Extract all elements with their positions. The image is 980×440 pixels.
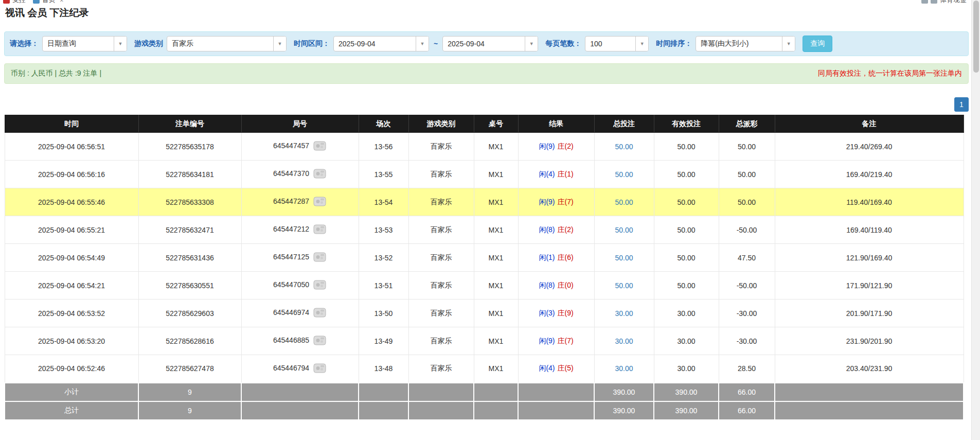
page-size-label: 每页笔数：: [545, 39, 581, 48]
cell-total-bet: 50.00: [594, 161, 654, 188]
result-banker: 庄(9): [558, 309, 574, 317]
cell-note: 169.40/119.40: [775, 216, 964, 244]
game-type-select[interactable]: 百家乐 ▼: [167, 36, 287, 51]
cell-valid-bet: 50.00: [654, 133, 719, 161]
col-bet-id: 注单编号: [138, 115, 241, 133]
top-tab-home[interactable]: 首页 ×: [33, 0, 64, 5]
cell-game-type: 百家乐: [408, 244, 474, 272]
subtotal-row: 小计 9 390.00 390.00 66.00: [5, 383, 964, 401]
cell-note: 119.40/169.40: [775, 188, 964, 216]
cell-note: 203.40/231.90: [775, 355, 964, 383]
cell-table-no: MX1: [474, 161, 518, 188]
sort-order-select[interactable]: 降冪(由大到小) ▼: [696, 36, 795, 51]
total-bet-link[interactable]: 50.00: [615, 226, 633, 234]
round-result-icon[interactable]: [313, 335, 327, 347]
cell-table-no: MX1: [474, 244, 518, 272]
total-bet-link[interactable]: 50.00: [615, 198, 633, 206]
cell-total-bet: 50.00: [594, 188, 654, 216]
search-button[interactable]: 查询: [803, 36, 832, 52]
total-bet-link[interactable]: 50.00: [615, 254, 633, 262]
col-round-id: 局号: [241, 115, 359, 133]
col-result: 结果: [518, 115, 594, 133]
cell-bet-id: 522785629603: [138, 300, 241, 327]
cell-total-bet: 30.00: [594, 300, 654, 327]
date-from-select[interactable]: 2025-09-04 ▼: [333, 36, 429, 51]
cell-note: 201.90/171.90: [775, 300, 964, 327]
cell-table-no: MX1: [474, 188, 518, 216]
cell-valid-bet: 30.00: [654, 355, 719, 383]
round-id-text: 645447125: [273, 253, 309, 261]
query-type-select[interactable]: 日期查询 ▼: [42, 36, 127, 51]
total-bet-link[interactable]: 50.00: [615, 281, 633, 290]
cell-result: 闲(8)庄(0): [518, 272, 594, 300]
cell-note: 219.40/269.40: [775, 133, 964, 161]
cell-bet-id: 522785628616: [138, 327, 241, 355]
top-bar: 受控 首页 × 体育现金: [0, 0, 980, 6]
cell-result: 闲(3)庄(9): [518, 300, 594, 327]
cell-result: 闲(8)庄(2): [518, 216, 594, 244]
cell-bet-id: 522785632471: [138, 216, 241, 244]
console-icon: [3, 0, 10, 4]
cell-table-no: MX1: [474, 327, 518, 355]
result-player: 闲(9): [539, 142, 555, 150]
cell-payout: -50.00: [719, 216, 775, 244]
cell-payout: 50.00: [719, 188, 775, 216]
cell-session: 13-51: [359, 272, 408, 300]
page-1-button[interactable]: 1: [954, 97, 969, 112]
result-banker: 庄(7): [558, 337, 574, 345]
round-result-icon[interactable]: [313, 362, 327, 375]
table-row: 2025-09-04 06:54:21 522785630551 6454470…: [5, 272, 964, 300]
round-id-text: 645447287: [273, 197, 309, 205]
table-row: 2025-09-04 06:52:46 522785627478 6454467…: [5, 355, 964, 383]
cell-payout: 50.00: [719, 133, 775, 161]
total-label: 总计: [5, 401, 138, 420]
top-tab-console[interactable]: 受控: [3, 0, 26, 5]
total-bet-link[interactable]: 50.00: [615, 170, 633, 179]
cell-note: 169.40/219.40: [775, 161, 964, 188]
cell-game-type: 百家乐: [408, 327, 474, 355]
total-bet-link[interactable]: 30.00: [615, 364, 633, 373]
top-right-links[interactable]: 体育现金: [921, 0, 967, 5]
result-banker: 庄(7): [558, 198, 574, 206]
cell-time: 2025-09-04 06:54:21: [5, 272, 138, 300]
round-result-icon[interactable]: [313, 196, 327, 208]
total-bet-link[interactable]: 30.00: [615, 309, 633, 318]
time-range-label: 时间区间：: [294, 39, 330, 48]
cell-table-no: MX1: [474, 355, 518, 383]
cell-time: 2025-09-04 06:56:16: [5, 161, 138, 188]
vertical-scrollbar[interactable]: [971, 0, 980, 440]
round-result-icon[interactable]: [313, 223, 327, 236]
round-id-text: 645447212: [273, 225, 309, 233]
cell-time: 2025-09-04 06:56:51: [5, 133, 138, 161]
cell-time: 2025-09-04 06:53:20: [5, 327, 138, 355]
total-bet-link[interactable]: 30.00: [615, 337, 633, 345]
result-player: 闲(1): [539, 253, 555, 261]
round-result-icon[interactable]: [313, 140, 327, 153]
notice-text: 同局有效投注，统一计算在该局第一张注单内: [818, 69, 962, 78]
col-total-bet: 总投注: [594, 115, 654, 133]
cell-session: 13-54: [359, 188, 408, 216]
page-size-select[interactable]: 100 ▼: [585, 36, 649, 51]
chevron-down-icon: ▼: [525, 37, 538, 51]
cell-session: 13-55: [359, 161, 408, 188]
round-result-icon[interactable]: [313, 168, 327, 181]
cell-result: 闲(4)庄(1): [518, 161, 594, 188]
cell-bet-id: 522785627478: [138, 355, 241, 383]
round-result-icon[interactable]: [313, 251, 327, 264]
summary-bar: 币别 : 人民币 | 总共 :9 注单 | 同局有效投注，统一计算在该局第一张注…: [4, 63, 969, 84]
date-to-select[interactable]: 2025-09-04 ▼: [442, 36, 538, 51]
round-result-icon[interactable]: [313, 279, 327, 292]
scrollbar-thumb[interactable]: [973, 1, 979, 73]
page-title: 视讯 会员 下注纪录: [5, 7, 980, 19]
cell-session: 13-48: [359, 355, 408, 383]
grid-icon: [921, 0, 928, 4]
cell-valid-bet: 50.00: [654, 216, 719, 244]
chevron-down-icon: ▼: [273, 37, 286, 51]
total-bet-link[interactable]: 50.00: [615, 143, 633, 151]
chevron-down-icon: ▼: [782, 37, 795, 51]
round-result-icon[interactable]: [313, 307, 327, 320]
cell-round-id: 645447125: [241, 244, 359, 272]
cell-round-id: 645447287: [241, 188, 359, 216]
close-tab-icon[interactable]: ×: [60, 0, 64, 4]
cell-note: 231.90/201.90: [775, 327, 964, 355]
